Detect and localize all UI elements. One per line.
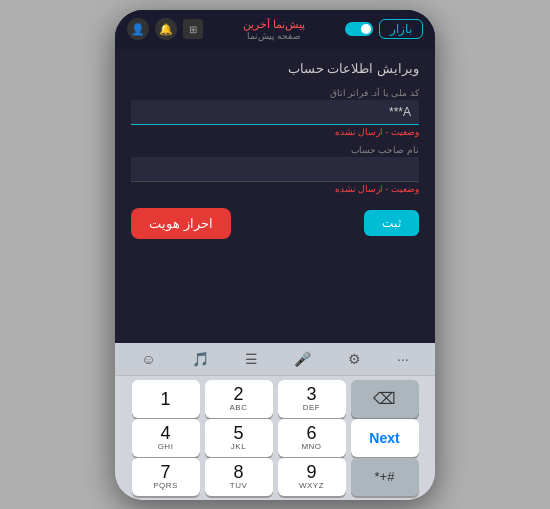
- next-key[interactable]: Next: [351, 419, 419, 457]
- field2-error: وضعیت - ارسال نشده: [131, 184, 419, 194]
- kb-row-3: 7 PQRS 8 TUV 9 WXYZ *+#: [119, 458, 431, 496]
- key-4-letters: GHI: [158, 442, 174, 451]
- kb-row-2: 4 GHI 5 JKL 6 MNO Next: [119, 419, 431, 457]
- form-buttons: ثبت احراز هویت: [131, 208, 419, 239]
- key-9-letters: WXYZ: [299, 481, 324, 490]
- mic-icon[interactable]: 🎤: [288, 349, 317, 369]
- key-3-num: 3: [306, 385, 316, 403]
- field2-input[interactable]: [131, 157, 419, 182]
- keyboard-toolbar: ☺ 🎵 ☰ 🎤 ⚙ ···: [115, 343, 435, 376]
- key-8-letters: TUV: [230, 481, 248, 490]
- key-9[interactable]: 9 WXYZ: [278, 458, 346, 496]
- key-5-letters: JKL: [231, 442, 246, 451]
- form-area: ویرایش اطلاعات حساب کد ملی یا آد. فراتر …: [115, 49, 435, 343]
- more-icon[interactable]: ···: [391, 349, 415, 369]
- field1-error: وضعیت - ارسال نشده: [131, 127, 419, 137]
- key-6-num: 6: [306, 424, 316, 442]
- bell-icon[interactable]: 🔔: [155, 18, 177, 40]
- settings-icon[interactable]: ⚙: [342, 349, 367, 369]
- field1-input[interactable]: [131, 100, 419, 125]
- key-1[interactable]: 1: [132, 380, 200, 418]
- backspace-icon: ⌫: [373, 389, 396, 408]
- key-8-num: 8: [233, 463, 243, 481]
- field2-group: نام صاحب حساب وضعیت - ارسال نشده: [131, 145, 419, 194]
- key-5[interactable]: 5 JKL: [205, 419, 273, 457]
- key-3[interactable]: 3 DEF: [278, 380, 346, 418]
- phone-frame: بازار پیش‌نما آخرین صفحه پیش‌نما ⊞ 🔔 👤 و…: [115, 10, 435, 500]
- top-bar: بازار پیش‌نما آخرین صفحه پیش‌نما ⊞ 🔔 👤: [115, 10, 435, 49]
- key-2[interactable]: 2 ABC: [205, 380, 273, 418]
- key-8[interactable]: 8 TUV: [205, 458, 273, 496]
- kb-row-1: 1 2 ABC 3 DEF ⌫: [119, 380, 431, 418]
- user-icon[interactable]: 👤: [127, 18, 149, 40]
- bazar-button[interactable]: بازار: [379, 19, 423, 39]
- key-6[interactable]: 6 MNO: [278, 419, 346, 457]
- key-6-letters: MNO: [301, 442, 321, 451]
- top-bar-left: بازار: [345, 19, 423, 39]
- field2-label: نام صاحب حساب: [131, 145, 419, 155]
- key-2-letters: ABC: [230, 403, 248, 412]
- ehraz-button[interactable]: احراز هویت: [131, 208, 231, 239]
- toggle-switch[interactable]: [345, 22, 373, 36]
- key-4-num: 4: [160, 424, 170, 442]
- top-bar-icons: ⊞ 🔔 👤: [127, 18, 203, 40]
- calculator-icon[interactable]: ⊞: [183, 19, 203, 39]
- form-title: ویرایش اطلاعات حساب: [131, 61, 419, 76]
- key-7-num: 7: [160, 463, 170, 481]
- key-1-num: 1: [160, 390, 170, 408]
- key-4[interactable]: 4 GHI: [132, 419, 200, 457]
- key-9-num: 9: [306, 463, 316, 481]
- key-2-num: 2: [233, 385, 243, 403]
- next-label: Next: [369, 431, 399, 445]
- key-5-num: 5: [233, 424, 243, 442]
- top-bar-title: پیش‌نما آخرین: [243, 18, 305, 31]
- emoji-icon[interactable]: ☺: [135, 349, 161, 369]
- key-3-letters: DEF: [303, 403, 321, 412]
- field1-label: کد ملی یا آد. فراتر اتاق: [131, 88, 419, 98]
- key-7-letters: PQRS: [153, 481, 178, 490]
- key-symbol-label: *+#: [375, 470, 395, 483]
- clipboard-icon[interactable]: ☰: [239, 349, 264, 369]
- keyboard-rows: 1 2 ABC 3 DEF ⌫ 4 GHI: [115, 376, 435, 500]
- keyboard-area: ☺ 🎵 ☰ 🎤 ⚙ ··· 1 2 ABC 3 DEF: [115, 343, 435, 500]
- top-bar-subtitle: صفحه پیش‌نما: [247, 31, 302, 41]
- sabt-button[interactable]: ثبت: [364, 210, 419, 236]
- key-7[interactable]: 7 PQRS: [132, 458, 200, 496]
- key-symbol[interactable]: *+#: [351, 458, 419, 496]
- backspace-key[interactable]: ⌫: [351, 380, 419, 418]
- field1-group: کد ملی یا آد. فراتر اتاق وضعیت - ارسال ن…: [131, 88, 419, 137]
- sticker-icon[interactable]: 🎵: [186, 349, 215, 369]
